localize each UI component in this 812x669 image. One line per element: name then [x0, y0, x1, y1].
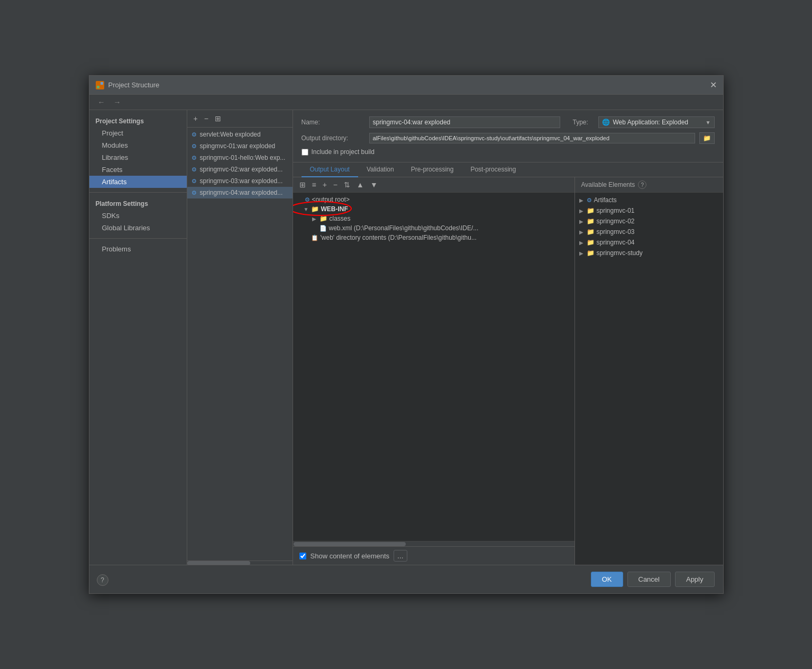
tree-item-webdir[interactable]: 📋 'web' directory contents (D:\PersonalF… — [293, 233, 574, 242]
artifact-item-springmvc02[interactable]: ⚙ springmvc-02:war exploded... — [187, 164, 293, 175]
tab-post-processing[interactable]: Post-processing — [462, 162, 524, 177]
artifact-item-springmvc01hello[interactable]: ⚙ springmvc-01-hello:Web exp... — [187, 152, 293, 164]
name-input[interactable] — [369, 116, 560, 128]
include-checkbox[interactable] — [302, 149, 308, 156]
classes-expand-icon: ▶ — [312, 216, 317, 222]
output-tree-scrollbar[interactable] — [293, 541, 574, 546]
avail-item-springmvc04[interactable]: ▶ 📁 springmvc-04 — [575, 237, 723, 248]
remove-artifact-button[interactable]: − — [202, 113, 211, 124]
add-layout-button[interactable]: + — [321, 179, 329, 190]
show-content-checkbox[interactable] — [299, 553, 306, 559]
available-help-icon[interactable]: ? — [638, 180, 646, 189]
sm01-expand-icon: ▶ — [579, 208, 585, 214]
tree-toolbar: ⊞ ≡ + − ⇅ ▲ ▼ — [293, 177, 574, 193]
artifact-icon-springmvc04: ⚙ — [191, 189, 197, 196]
remove-layout-button[interactable]: − — [331, 179, 340, 190]
show-content-btn[interactable]: ... — [394, 550, 407, 562]
sm04-folder-icon: 📁 — [587, 239, 595, 246]
smstudy-folder-icon: 📁 — [587, 249, 595, 257]
artifact-list-scrollbar-inner — [187, 561, 250, 565]
app-icon — [96, 81, 104, 89]
layout-area: ⊞ ≡ + − ⇅ ▲ ▼ ⚙ — [293, 177, 723, 565]
project-settings-header: Project Settings — [89, 114, 187, 127]
show-content-bar: Show content of elements ... — [293, 546, 574, 565]
output-root-icon: ⚙ — [305, 196, 310, 203]
apply-button[interactable]: Apply — [675, 572, 715, 587]
sidebar-item-problems[interactable]: Problems — [89, 243, 187, 255]
sidebar-item-modules[interactable]: Modules — [89, 139, 187, 151]
bottom-bar: ? OK Cancel Apply — [89, 565, 723, 593]
title-bar: Project Structure ✕ — [89, 76, 723, 95]
avail-item-springmvc-study[interactable]: ▶ 📁 springmvc-study — [575, 248, 723, 258]
down-layout-button[interactable]: ▼ — [368, 179, 380, 190]
browse-button[interactable]: 📁 — [699, 132, 715, 144]
available-tree: ▶ ⚙ Artifacts ▶ 📁 springmvc-01 ▶ — [575, 193, 723, 565]
classes-folder-icon: 📁 — [320, 215, 327, 222]
artifact-icon-springmvc01hello: ⚙ — [191, 155, 197, 161]
artifact-list: ⚙ servlet:Web exploded ⚙ spingmvc-01:war… — [187, 128, 293, 560]
artifact-item-springmvc04[interactable]: ⚙ springmvc-04:war exploded... — [187, 187, 293, 198]
type-label: Type: — [573, 119, 594, 126]
output-tree: ⚙ <output root> ▼ 📁 WEB-INF — [293, 193, 574, 541]
main-content: Project Settings Project Modules Librari… — [89, 110, 723, 565]
tree-item-output-root[interactable]: ⚙ <output root> — [293, 195, 574, 204]
smstudy-expand-icon: ▶ — [579, 250, 585, 256]
sidebar-item-sdks[interactable]: SDKs — [89, 210, 187, 222]
svg-rect-1 — [101, 82, 103, 85]
svg-rect-2 — [97, 86, 99, 88]
avail-item-springmvc02[interactable]: ▶ 📁 springmvc-02 — [575, 216, 723, 227]
artifacts-expand-icon: ▶ — [579, 197, 585, 203]
tab-pre-processing[interactable]: Pre-processing — [403, 162, 462, 177]
properties-area: Name: Type: 🌐 Web Application: Exploded … — [293, 110, 723, 162]
artifact-toolbar: + − ⊞ — [187, 110, 293, 128]
type-value: Web Application: Exploded — [613, 119, 702, 126]
type-dropdown[interactable]: 🌐 Web Application: Exploded ▼ — [598, 116, 715, 128]
sidebar-divider-2 — [89, 238, 187, 239]
sidebar: Project Settings Project Modules Librari… — [89, 110, 187, 565]
help-button[interactable]: ? — [97, 574, 108, 586]
artifact-icon-springmvc01: ⚙ — [191, 143, 197, 150]
sm03-expand-icon: ▶ — [579, 229, 585, 235]
tree-item-webxml[interactable]: 📄 web.xml (D:\PersonalFiles\github\githu… — [293, 223, 574, 233]
artifact-item-springmvc03[interactable]: ⚙ springmvc-03:war exploded... — [187, 175, 293, 187]
sidebar-item-libraries[interactable]: Libraries — [89, 151, 187, 164]
tree-item-webinf[interactable]: ▼ 📁 WEB-INF — [293, 204, 574, 214]
ok-button[interactable]: OK — [591, 572, 623, 587]
tab-validation[interactable]: Validation — [358, 162, 403, 177]
svg-rect-0 — [97, 82, 99, 85]
layout-icon-button[interactable]: ⊞ — [297, 179, 308, 190]
main-body: + − ⊞ ⚙ servlet:Web exploded ⚙ spingmvc-… — [187, 110, 723, 565]
close-button[interactable]: ✕ — [710, 80, 717, 90]
sidebar-item-global-libraries[interactable]: Global Libraries — [89, 222, 187, 234]
scrollbar-thumb — [294, 542, 406, 546]
dialog-title: Project Structure — [108, 81, 160, 89]
tab-output-layout[interactable]: Output Layout — [302, 162, 358, 177]
sidebar-item-project[interactable]: Project — [89, 127, 187, 139]
output-tree-panel: ⊞ ≡ + − ⇅ ▲ ▼ ⚙ — [293, 177, 575, 565]
output-dir-input[interactable] — [369, 133, 695, 143]
sidebar-item-facets[interactable]: Facets — [89, 164, 187, 176]
artifact-list-scrollbar[interactable] — [187, 560, 293, 565]
forward-button[interactable]: → — [112, 97, 123, 107]
sidebar-item-artifacts[interactable]: Artifacts — [89, 176, 187, 188]
avail-item-springmvc01[interactable]: ▶ 📁 springmvc-01 — [575, 205, 723, 216]
add-artifact-button[interactable]: + — [191, 113, 200, 124]
sort-layout-button[interactable]: ⇅ — [342, 179, 352, 190]
tree-item-classes[interactable]: ▶ 📁 classes — [293, 214, 574, 223]
avail-item-springmvc03[interactable]: ▶ 📁 springmvc-03 — [575, 227, 723, 237]
type-icon: 🌐 — [602, 119, 610, 126]
back-button[interactable]: ← — [96, 97, 107, 107]
copy-artifact-button[interactable]: ⊞ — [213, 113, 223, 124]
artifact-item-springmvc01[interactable]: ⚙ spingmvc-01:war exploded — [187, 140, 293, 152]
up-layout-button[interactable]: ▲ — [354, 179, 366, 190]
avail-item-artifacts[interactable]: ▶ ⚙ Artifacts — [575, 195, 723, 205]
artifact-item-servlet[interactable]: ⚙ servlet:Web exploded — [187, 129, 293, 140]
output-dir-row: Output directory: 📁 — [302, 132, 715, 144]
layout-list-button[interactable]: ≡ — [310, 179, 318, 190]
available-panel: Available Elements ? ▶ ⚙ Artifacts ▶ — [575, 177, 723, 565]
include-checkbox-row: Include in project build — [302, 148, 715, 156]
name-row: Name: Type: 🌐 Web Application: Exploded … — [302, 116, 715, 128]
cancel-button[interactable]: Cancel — [627, 572, 671, 587]
sidebar-divider — [89, 192, 187, 193]
project-structure-dialog: Project Structure ✕ ← → Project Settings… — [89, 75, 724, 594]
